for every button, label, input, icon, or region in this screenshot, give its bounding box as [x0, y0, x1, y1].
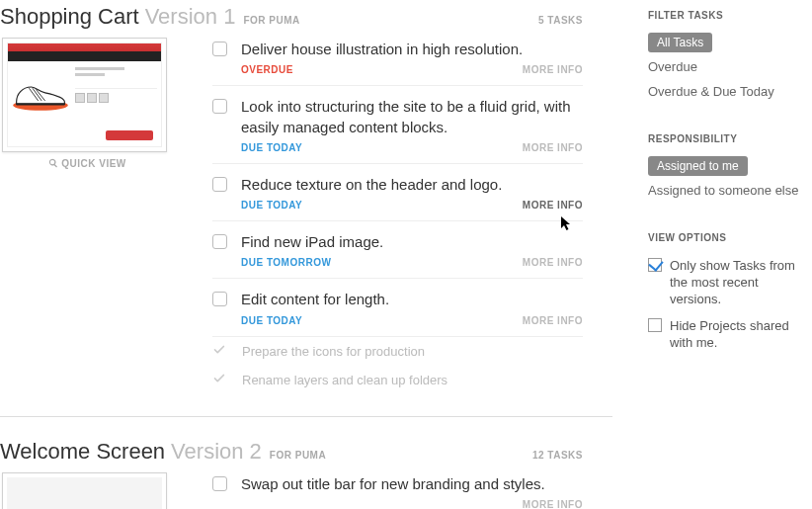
- view-option-row: Only show Tasks from the most recent ver…: [648, 253, 812, 313]
- completed-task-row: Prepare the icons for production: [212, 337, 583, 366]
- filter_tasks-heading: FILTER TASKS: [648, 10, 812, 21]
- task-checkbox[interactable]: [212, 99, 227, 114]
- more-info-link[interactable]: MORE INFO: [523, 142, 583, 153]
- task-checkbox[interactable]: [212, 177, 227, 192]
- filter_tasks-item[interactable]: Overdue & Due Today: [648, 79, 812, 104]
- task-title: Swap out title bar for new branding and …: [241, 474, 583, 494]
- view-option-checkbox[interactable]: [648, 258, 662, 272]
- task-checkbox[interactable]: [212, 476, 227, 491]
- task-due-label: DUE TOMORROW: [241, 257, 331, 268]
- project-title: Welcome Screen: [0, 439, 165, 465]
- view-option-label: Hide Projects shared with me.: [670, 318, 812, 352]
- project-thumbnail[interactable]: [2, 38, 167, 152]
- responsibility-item[interactable]: Assigned to me: [648, 156, 748, 176]
- task-checkbox[interactable]: [212, 292, 227, 306]
- quick-view-button[interactable]: QUICK VIEW: [2, 158, 173, 169]
- responsibility-heading: RESPONSIBILITY: [648, 133, 812, 144]
- filter_tasks-item[interactable]: Overdue: [648, 54, 812, 79]
- more-info-link[interactable]: MORE INFO: [523, 200, 583, 211]
- project-header: Welcome ScreenVersion 2FOR PUMA12 TASKS: [0, 435, 612, 472]
- project-header: Shopping CartVersion 1FOR PUMA5 TASKS: [0, 0, 612, 38]
- task-due-label: DUE TODAY: [241, 142, 302, 153]
- completed-task-row: Rename layers and clean up folders: [212, 366, 583, 394]
- more-info-link[interactable]: MORE INFO: [523, 64, 583, 75]
- task-checkbox[interactable]: [212, 42, 227, 56]
- task-row: Find new iPad image.DUE TOMORROWMORE INF…: [212, 221, 583, 279]
- task-title: Deliver house illustration in high resol…: [241, 40, 583, 59]
- view-option-row: Hide Projects shared with me.: [648, 313, 812, 357]
- check-icon: [212, 372, 228, 388]
- task-due-label: DUE TODAY: [241, 315, 302, 326]
- completed-task-title: Rename layers and clean up folders: [242, 373, 447, 387]
- more-info-link[interactable]: MORE INFO: [523, 315, 583, 326]
- task-row: Edit content for length.DUE TODAYMORE IN…: [212, 279, 583, 336]
- task-row: Deliver house illustration in high resol…: [212, 38, 583, 86]
- view-options-heading: VIEW OPTIONS: [648, 232, 812, 243]
- more-info-link[interactable]: MORE INFO: [523, 257, 583, 268]
- view-option-checkbox[interactable]: [648, 318, 662, 332]
- task-count: 12 TASKS: [532, 450, 612, 461]
- project-client: FOR PUMA: [270, 450, 326, 461]
- task-checkbox[interactable]: [212, 234, 227, 249]
- task-row: Swap out title bar for new branding and …: [212, 472, 583, 510]
- task-title: Reduce texture on the header and logo.: [241, 175, 583, 195]
- task-due-label: DUE TODAY: [241, 200, 302, 211]
- filter_tasks-item[interactable]: All Tasks: [648, 33, 712, 52]
- task-title: Look into structuring the site to be a f…: [241, 97, 583, 137]
- responsibility-item[interactable]: Assigned to someone else: [648, 178, 812, 203]
- task-title: Find new iPad image.: [241, 232, 583, 252]
- project-version: Version 1: [145, 4, 236, 30]
- project-thumbnail[interactable]: [2, 472, 167, 510]
- task-row: Reduce texture on the header and logo.DU…: [212, 164, 583, 221]
- task-row: Look into structuring the site to be a f…: [212, 86, 583, 164]
- project-client: FOR PUMA: [243, 15, 299, 26]
- project-version: Version 2: [171, 439, 262, 465]
- view-option-label: Only show Tasks from the most recent ver…: [670, 258, 812, 308]
- project-title: Shopping Cart: [0, 4, 139, 30]
- more-info-link[interactable]: MORE INFO: [523, 499, 583, 509]
- task-title: Edit content for length.: [241, 290, 583, 309]
- task-due-label: OVERDUE: [241, 64, 293, 75]
- completed-task-title: Prepare the icons for production: [242, 344, 425, 359]
- task-count: 5 TASKS: [538, 15, 612, 26]
- check-icon: [212, 343, 228, 360]
